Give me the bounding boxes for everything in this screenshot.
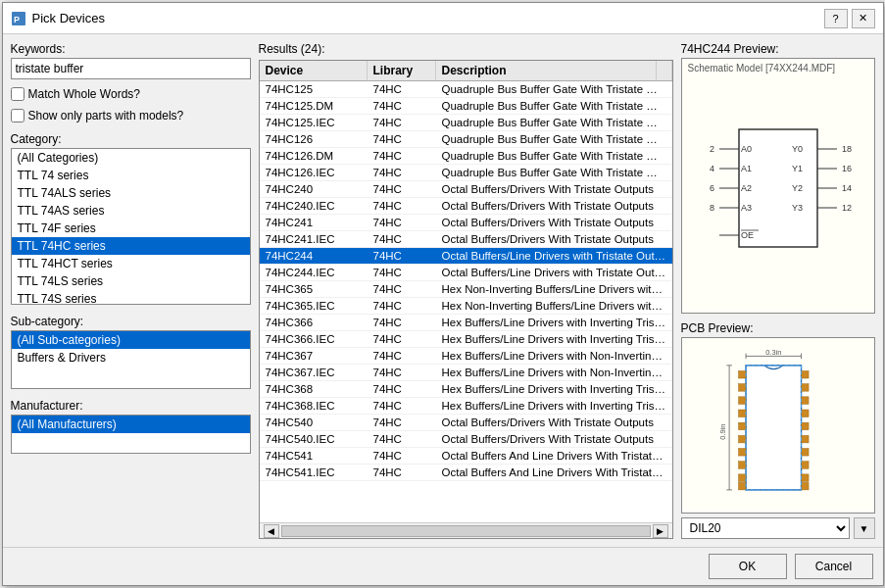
schematic-preview-section: 74HC244 Preview: Schematic Model [74XX24… bbox=[681, 42, 875, 314]
cell-library: 74HC bbox=[368, 265, 436, 280]
table-row[interactable]: 74HC126.DM 74HC Quadruple Bus Buffer Gat… bbox=[260, 148, 672, 165]
cell-library: 74HC bbox=[368, 381, 436, 397]
keywords-label: Keywords: bbox=[11, 42, 251, 56]
package-select-row: DIL20 ▼ bbox=[681, 517, 875, 539]
table-row[interactable]: 74HC126.IEC 74HC Quadruple Bus Buffer Ga… bbox=[260, 165, 672, 181]
table-row[interactable]: 74HC365 74HC Hex Non-Inverting Buffers/L… bbox=[260, 281, 672, 298]
match-whole-words-checkbox[interactable] bbox=[11, 87, 25, 101]
table-row[interactable]: 74HC367.IEC 74HC Hex Buffers/Line Driver… bbox=[260, 365, 672, 381]
cell-description: Octal Buffers/Drivers With Tristate Outp… bbox=[436, 181, 672, 197]
table-row[interactable]: 74HC366 74HC Hex Buffers/Line Drivers wi… bbox=[260, 315, 672, 331]
subcategory-item[interactable]: Buffers & Drivers bbox=[12, 349, 250, 367]
left-panel: Keywords: Match Whole Words? Show only p… bbox=[11, 42, 251, 539]
table-row[interactable]: 74HC244 74HC Octal Buffers/Line Drivers … bbox=[260, 248, 672, 265]
cell-library: 74HC bbox=[368, 231, 436, 247]
scroll-track[interactable] bbox=[281, 525, 651, 537]
table-row[interactable]: 74HC125 74HC Quadruple Bus Buffer Gate W… bbox=[260, 81, 672, 98]
cell-library: 74HC bbox=[368, 165, 436, 180]
manufacturer-item[interactable]: (All Manufacturers) bbox=[12, 416, 250, 433]
title-bar: P Pick Devices ? ✕ bbox=[3, 3, 883, 34]
category-item[interactable]: TTL 74ALS series bbox=[12, 184, 250, 202]
svg-rect-56 bbox=[801, 462, 809, 469]
cell-library: 74HC bbox=[368, 81, 436, 97]
table-row[interactable]: 74HC368 74HC Hex Buffers/Line Drivers wi… bbox=[260, 381, 672, 398]
package-select[interactable]: DIL20 bbox=[681, 517, 850, 539]
cell-device: 74HC244.IEC bbox=[260, 265, 368, 280]
table-row[interactable]: 74HC244.IEC 74HC Octal Buffers/Line Driv… bbox=[260, 265, 672, 281]
cell-library: 74HC bbox=[368, 431, 436, 447]
table-row[interactable]: 74HC367 74HC Hex Buffers/Line Drivers wi… bbox=[260, 348, 672, 365]
cell-description: Octal Buffers And Line Drivers With Tris… bbox=[436, 448, 672, 464]
cell-library: 74HC bbox=[368, 131, 436, 147]
dialog-title: Pick Devices bbox=[32, 11, 105, 25]
table-row[interactable]: 74HC365.IEC 74HC Hex Non-Inverting Buffe… bbox=[260, 298, 672, 315]
table-row[interactable]: 74HC540 74HC Octal Buffers/Drivers With … bbox=[260, 415, 672, 431]
table-row[interactable]: 74HC241.IEC 74HC Octal Buffers/Drivers W… bbox=[260, 231, 672, 248]
keywords-input[interactable] bbox=[11, 58, 251, 79]
horizontal-scrollbar[interactable]: ◀ ▶ bbox=[264, 524, 668, 538]
svg-text:8: 8 bbox=[709, 203, 713, 213]
table-row[interactable]: 74HC240 74HC Octal Buffers/Drivers With … bbox=[260, 181, 672, 198]
table-row[interactable]: 74HC368.IEC 74HC Hex Buffers/Line Driver… bbox=[260, 398, 672, 415]
cell-device: 74HC241 bbox=[260, 215, 368, 230]
svg-rect-55 bbox=[801, 449, 809, 457]
app-icon: P bbox=[11, 11, 26, 26]
category-item[interactable]: TTL 74 series bbox=[12, 167, 250, 184]
help-button[interactable]: ? bbox=[824, 9, 848, 28]
cell-device: 74HC125 bbox=[260, 81, 368, 97]
category-item[interactable]: TTL 74F series bbox=[12, 220, 250, 237]
scroll-left-btn[interactable]: ◀ bbox=[264, 524, 279, 538]
results-label: Results (24): bbox=[259, 42, 673, 56]
cell-description: Quadruple Bus Buffer Gate With Tristate … bbox=[436, 148, 672, 164]
cell-description: Octal Buffers/Line Drivers with Tristate… bbox=[436, 265, 672, 280]
package-dropdown-btn[interactable]: ▼ bbox=[854, 517, 875, 539]
svg-text:A3: A3 bbox=[741, 203, 752, 213]
category-section: Category: (All Categories)TTL 74 seriesT… bbox=[11, 128, 251, 305]
table-row[interactable]: 74HC241 74HC Octal Buffers/Drivers With … bbox=[260, 215, 672, 231]
table-row[interactable]: 74HC541 74HC Octal Buffers And Line Driv… bbox=[260, 448, 672, 465]
subcategory-list[interactable]: (All Sub-categories)Buffers & Drivers bbox=[11, 330, 251, 389]
table-row[interactable]: 74HC366.IEC 74HC Hex Buffers/Line Driver… bbox=[260, 331, 672, 348]
table-row[interactable]: 74HC541.IEC 74HC Octal Buffers And Line … bbox=[260, 465, 672, 481]
table-row[interactable]: 74HC240.IEC 74HC Octal Buffers/Drivers W… bbox=[260, 198, 672, 215]
category-item[interactable]: (All Categories) bbox=[12, 149, 250, 167]
table-body[interactable]: 74HC125 74HC Quadruple Bus Buffer Gate W… bbox=[260, 81, 672, 522]
svg-text:14: 14 bbox=[842, 183, 852, 193]
show-only-models-checkbox[interactable] bbox=[11, 109, 25, 122]
cell-description: Octal Buffers/Drivers With Tristate Outp… bbox=[436, 431, 672, 447]
svg-rect-40 bbox=[738, 384, 746, 392]
table-row[interactable]: 74HC540.IEC 74HC Octal Buffers/Drivers W… bbox=[260, 431, 672, 448]
cell-description: Quadruple Bus Buffer Gate With Tristate … bbox=[436, 165, 672, 180]
schematic-svg: 2 A0 4 A1 6 A2 8 A3 bbox=[700, 120, 857, 267]
subcategory-item[interactable]: (All Sub-categories) bbox=[12, 331, 250, 349]
svg-text:2: 2 bbox=[709, 144, 713, 154]
match-whole-words-row: Match Whole Words? bbox=[11, 87, 251, 101]
scroll-right-btn[interactable]: ▶ bbox=[653, 524, 668, 538]
svg-text:A0: A0 bbox=[741, 144, 752, 154]
cell-library: 74HC bbox=[368, 348, 436, 364]
cell-library: 74HC bbox=[368, 365, 436, 380]
category-item[interactable]: TTL 74S series bbox=[12, 290, 250, 305]
svg-text:0.3in: 0.3in bbox=[765, 348, 781, 357]
cell-device: 74HC365 bbox=[260, 281, 368, 297]
table-row[interactable]: 74HC126 74HC Quadruple Bus Buffer Gate W… bbox=[260, 131, 672, 148]
manufacturer-list[interactable]: (All Manufacturers) bbox=[11, 415, 251, 454]
cell-device: 74HC126 bbox=[260, 131, 368, 147]
category-item[interactable]: TTL 74AS series bbox=[12, 202, 250, 220]
table-row[interactable]: 74HC125.DM 74HC Quadruple Bus Buffer Gat… bbox=[260, 98, 672, 115]
cell-library: 74HC bbox=[368, 315, 436, 330]
category-list[interactable]: (All Categories)TTL 74 seriesTTL 74ALS s… bbox=[11, 148, 251, 305]
cancel-button[interactable]: Cancel bbox=[795, 554, 873, 579]
close-button[interactable]: ✕ bbox=[852, 9, 875, 28]
category-item[interactable]: TTL 74HCT series bbox=[12, 255, 250, 272]
cell-library: 74HC bbox=[368, 298, 436, 314]
cell-device: 74HC240 bbox=[260, 181, 368, 197]
ok-button[interactable]: OK bbox=[709, 554, 787, 579]
category-item[interactable]: TTL 74HC series bbox=[12, 237, 250, 255]
table-row[interactable]: 74HC125.IEC 74HC Quadruple Bus Buffer Ga… bbox=[260, 115, 672, 131]
pcb-svg: 0.3in 0.9in bbox=[714, 347, 842, 504]
category-item[interactable]: TTL 74LS series bbox=[12, 272, 250, 290]
cell-library: 74HC bbox=[368, 198, 436, 214]
svg-text:Y1: Y1 bbox=[791, 164, 802, 173]
table-header: Device Library Description bbox=[260, 61, 672, 81]
